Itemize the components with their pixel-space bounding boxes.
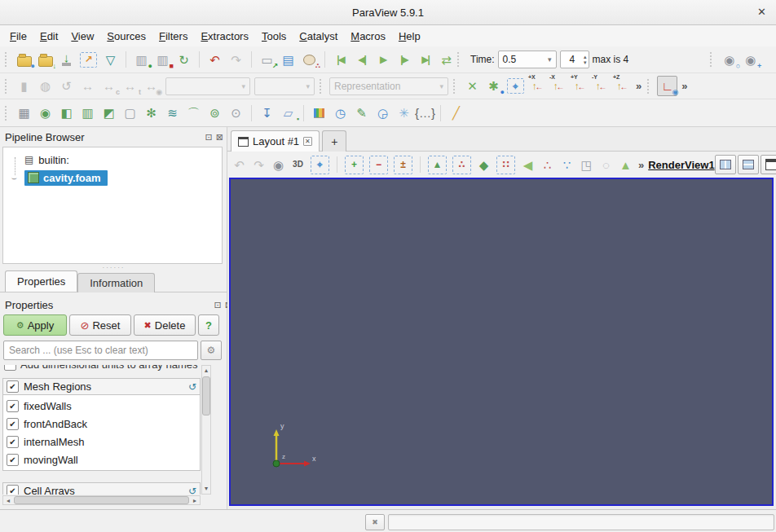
delete-button[interactable]: ✖ Delete xyxy=(134,314,196,336)
probe-location-button[interactable]: ↧ xyxy=(258,103,276,122)
ruler-button[interactable]: ╱ xyxy=(447,103,465,122)
list-item-fixedwalls[interactable]: ✔ fixedWalls xyxy=(3,397,200,415)
next-frame-button[interactable]: |▶ xyxy=(395,51,413,69)
first-frame-button[interactable]: |◀ xyxy=(331,51,350,69)
new-layout-tab[interactable]: + xyxy=(322,130,346,152)
programmable-filter-button[interactable]: {…} xyxy=(416,103,434,122)
eye-closed-icon[interactable]: ⌣ xyxy=(3,173,24,183)
previous-frame-button[interactable]: ◀| xyxy=(352,51,371,69)
maximize-view-button[interactable] xyxy=(761,155,776,174)
toolbar-handle[interactable] xyxy=(457,52,464,67)
scroll-up-icon[interactable]: ▴ xyxy=(205,366,208,376)
menu-sources[interactable]: Sources xyxy=(100,27,152,46)
dock-float-icon[interactable]: ⊡ xyxy=(214,301,222,310)
checkbox-internalmesh[interactable]: ✔ xyxy=(7,436,19,448)
color-palette-button[interactable]: ∴ xyxy=(300,51,319,69)
menu-catalyst[interactable]: Catalyst xyxy=(293,27,344,46)
menu-extractors[interactable]: Extractors xyxy=(194,27,255,46)
reset-camera-button[interactable]: ✕ xyxy=(463,77,482,95)
add-camera-link-button[interactable]: ◉+ xyxy=(741,51,760,69)
hover-points-button[interactable]: ∵ xyxy=(558,156,575,174)
toolbar-handle[interactable] xyxy=(710,52,716,67)
abort-progress-button[interactable]: ✖ xyxy=(365,514,385,530)
set-view-minus-y-button[interactable]: ↑-Y xyxy=(592,77,611,95)
scrollbar-thumb[interactable] xyxy=(202,376,210,415)
plot-over-line-button[interactable]: ✎ xyxy=(352,103,371,122)
dock-float-icon[interactable]: ⊡ xyxy=(205,133,213,142)
load-state-button[interactable]: ↓ xyxy=(36,51,55,69)
zoom-to-box-view-button[interactable]: ⌖ xyxy=(311,156,329,174)
group-datasets-button[interactable]: ⊚ xyxy=(205,103,224,122)
select-points-button[interactable]: ∴ xyxy=(452,156,471,174)
disconnect-server-button[interactable]: ▥■ xyxy=(153,51,172,69)
scrollbar-thumb[interactable] xyxy=(14,496,189,504)
reload-icon[interactable]: ↺ xyxy=(188,486,196,495)
pipeline-item-builtin[interactable]: ▤ builtin: xyxy=(3,151,222,169)
set-view-minus-x-button[interactable]: ↑-X xyxy=(549,77,568,95)
list-item-frontandback[interactable]: ✔ frontAndBack xyxy=(3,415,200,433)
reset-button[interactable]: ⊘ Reset xyxy=(69,314,131,336)
horizontal-scrollbar[interactable]: ◂ ▸ xyxy=(2,495,201,505)
connect-server-button[interactable]: ▥● xyxy=(132,51,151,69)
select-points-polygon-button[interactable]: ∷ xyxy=(496,156,515,174)
loop-button[interactable]: ⇄ xyxy=(437,51,456,69)
select-block-button[interactable]: ◳ xyxy=(578,156,595,174)
set-view-plus-x-button[interactable]: ↑+X xyxy=(528,77,547,95)
plot-selection-over-time-button[interactable]: ◶ xyxy=(373,103,392,122)
checkbox-movingwall[interactable]: ✔ xyxy=(7,454,19,466)
clear-selection-button[interactable]: ± xyxy=(394,156,412,174)
checkbox-fixedwalls[interactable]: ✔ xyxy=(7,400,19,412)
toolbar-handle[interactable] xyxy=(5,52,11,67)
save-extracts-button[interactable]: ▽ xyxy=(101,51,120,69)
contour-button[interactable]: ◉ xyxy=(36,103,55,122)
center-axes-visibility-toggle[interactable]: ∟◉ xyxy=(657,76,677,96)
reset-session-button[interactable]: ↻ xyxy=(174,51,193,69)
menu-help[interactable]: Help xyxy=(392,27,427,46)
checkbox-cell-arrays[interactable]: ✔ xyxy=(7,485,19,495)
split-horizontal-button[interactable] xyxy=(715,155,736,174)
scroll-left-icon[interactable]: ◂ xyxy=(3,497,13,504)
toolbar-handle[interactable] xyxy=(647,79,654,94)
pipeline-item-cavity-foam[interactable]: ⌣ cavity.foam xyxy=(3,169,222,187)
slice-button[interactable]: ▥ xyxy=(78,103,97,122)
extract-subset-button[interactable]: ▢ xyxy=(121,103,139,122)
zoom-to-data-button[interactable]: ✱● xyxy=(484,77,503,95)
clip-button[interactable]: ◧ xyxy=(57,103,76,122)
select-cells-polygon-button[interactable]: ◆ xyxy=(475,156,492,174)
selection-mode-button[interactable]: ▲ xyxy=(617,156,634,174)
list-item-movingwall[interactable]: ✔ movingWall xyxy=(3,451,200,468)
toolbar-handle[interactable] xyxy=(5,106,11,121)
edit-color-map-button[interactable]: ▤ xyxy=(279,51,298,69)
toolbar-overflow-icon[interactable]: » xyxy=(636,80,642,92)
toolbar-overflow-icon[interactable]: » xyxy=(681,80,687,92)
frame-index-spinbox[interactable]: 4 ▴▾ xyxy=(560,51,589,68)
render-view-title[interactable]: RenderView1 xyxy=(648,159,714,171)
warp-by-vector-button[interactable]: ⌒ xyxy=(184,103,203,122)
search-options-gear-icon[interactable]: ⚙ xyxy=(201,341,222,360)
scroll-right-icon[interactable]: ▸ xyxy=(190,497,200,504)
menu-edit[interactable]: Edit xyxy=(33,27,64,46)
time-value-combobox[interactable]: 0.5 ▾ xyxy=(498,51,557,68)
toolbar-overflow-icon[interactable]: » xyxy=(638,159,644,171)
tab-close-icon[interactable]: ✕ xyxy=(303,137,312,146)
render-viewport[interactable]: x y z xyxy=(229,178,774,506)
calculator-button[interactable]: ▦ xyxy=(15,103,33,122)
spin-up-icon[interactable]: ▴ xyxy=(584,54,587,59)
set-view-plus-z-button[interactable]: ↑+Z xyxy=(613,77,632,95)
select-cells-button[interactable]: ▲ xyxy=(428,156,447,174)
checkbox-frontandback[interactable]: ✔ xyxy=(7,418,19,430)
temporal-interpolator-button[interactable]: ✳ xyxy=(395,103,413,122)
help-button[interactable]: ? xyxy=(198,314,219,336)
vertical-scrollbar[interactable]: ▴ ▾ xyxy=(201,365,211,495)
set-view-plus-y-button[interactable]: ↑+Y xyxy=(571,77,589,95)
pipeline-selected-item[interactable]: cavity.foam xyxy=(24,170,108,186)
tab-layout-1[interactable]: Layout #1 ✕ xyxy=(231,130,320,152)
window-close-icon[interactable]: ✕ xyxy=(757,6,766,18)
last-frame-button[interactable]: ▶| xyxy=(416,51,434,69)
grow-selection-button[interactable]: + xyxy=(345,156,364,174)
apply-button[interactable]: ⚙ Apply xyxy=(3,314,67,336)
search-input[interactable] xyxy=(3,341,198,360)
scroll-down-icon[interactable]: ▾ xyxy=(205,484,208,494)
toggle-2d-3d-button[interactable]: 3D xyxy=(289,156,306,174)
list-item-internalmesh[interactable]: ✔ internalMesh xyxy=(3,433,200,451)
